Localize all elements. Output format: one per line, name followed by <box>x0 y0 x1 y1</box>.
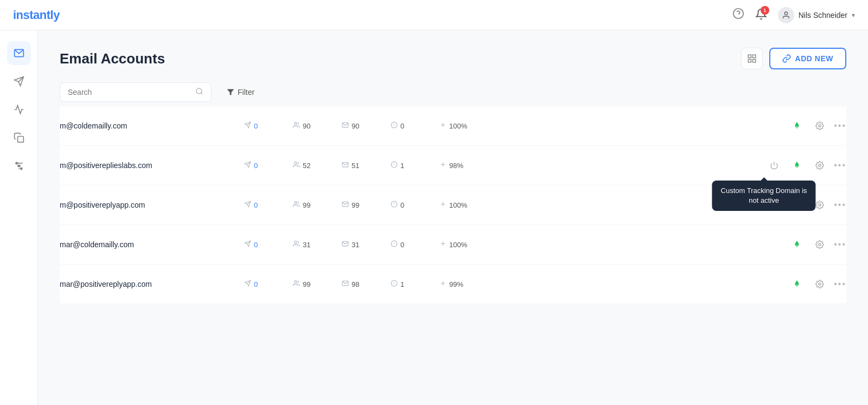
table-row: m@coldemailly.com 0 90 <box>60 106 846 146</box>
help-icon[interactable] <box>732 8 744 22</box>
filter-label: Filter <box>238 88 254 97</box>
more-options-button[interactable]: ••• <box>834 240 846 249</box>
svg-marker-19 <box>227 89 234 95</box>
settings-icon[interactable] <box>811 275 828 293</box>
opened-icon <box>342 121 349 130</box>
stat-health: 100% <box>439 240 488 249</box>
header-actions: ADD NEW <box>741 48 846 69</box>
settings-icon[interactable] <box>811 196 828 214</box>
settings-icon[interactable] <box>811 157 828 174</box>
contacted-value: 99 <box>303 280 310 288</box>
accounts-table: m@coldemailly.com 0 90 <box>60 106 846 304</box>
bounced-value: 0 <box>400 201 404 209</box>
contacted-value: 52 <box>303 162 310 170</box>
sidebar-item-send[interactable] <box>7 69 31 93</box>
bounced-icon <box>391 161 398 170</box>
stats-group: 0 52 51 <box>244 161 765 170</box>
svg-line-18 <box>201 93 202 94</box>
table-row: m@positivereplyapp.com 0 99 <box>60 185 846 225</box>
contacted-icon <box>293 280 300 288</box>
sidebar-item-analytics[interactable] <box>7 98 31 121</box>
contacted-value: 31 <box>303 241 310 249</box>
health-icon <box>439 161 446 170</box>
add-new-button[interactable]: ADD NEW <box>769 48 846 69</box>
main-content: Email Accounts ADD NEW <box>38 30 868 405</box>
health-value: 98% <box>449 162 463 170</box>
health-value: 100% <box>449 241 467 249</box>
svg-point-2 <box>784 12 787 15</box>
filter-button[interactable]: Filter <box>220 83 261 101</box>
svg-point-59 <box>295 281 297 283</box>
stat-bounced: 1 <box>391 161 439 170</box>
power-icon[interactable] <box>765 157 783 174</box>
table-row: mar@positivereplyapp.com 0 99 <box>60 265 846 304</box>
app-logo[interactable]: instantly <box>13 8 60 22</box>
svg-rect-14 <box>752 55 755 57</box>
flame-icon[interactable] <box>788 236 806 253</box>
svg-point-65 <box>819 283 821 285</box>
stat-sent: 0 <box>244 121 293 130</box>
flame-icon[interactable] <box>788 275 806 293</box>
contacted-icon <box>293 121 300 130</box>
stat-health: 99% <box>439 280 488 288</box>
account-email: m@positivereplyapp.com <box>60 201 244 209</box>
sidebar-item-filters[interactable] <box>7 154 31 178</box>
stat-bounced: 0 <box>391 240 439 249</box>
opened-value: 31 <box>352 241 359 249</box>
bounced-value: 0 <box>400 241 404 249</box>
notification-bell[interactable]: 1 <box>755 8 767 22</box>
bounced-icon <box>391 121 398 130</box>
table-row: mar@coldemailly.com 0 31 <box>60 225 846 265</box>
avatar <box>778 7 794 23</box>
health-value: 100% <box>449 122 467 130</box>
more-options-button[interactable]: ••• <box>834 200 846 210</box>
more-options-button[interactable]: ••• <box>834 160 846 170</box>
grid-toggle-button[interactable] <box>741 48 763 69</box>
stat-sent: 0 <box>244 240 293 249</box>
stat-contacted: 99 <box>293 201 342 209</box>
flame-icon[interactable] <box>788 157 806 174</box>
bounced-value: 1 <box>400 162 404 170</box>
svg-point-47 <box>819 204 821 206</box>
contacted-icon <box>293 161 300 170</box>
add-new-label: ADD NEW <box>795 54 833 63</box>
actions-group: Custom Tracking Domain isnot active ••• <box>765 157 846 174</box>
user-menu[interactable]: Nils Schneider ▾ <box>778 7 855 23</box>
more-options-button[interactable]: ••• <box>834 121 846 131</box>
sidebar-item-email[interactable] <box>7 41 31 65</box>
stat-bounced: 0 <box>391 121 439 130</box>
actions-group: ••• <box>788 236 846 253</box>
sidebar-item-copy[interactable] <box>7 126 31 150</box>
svg-point-50 <box>295 241 297 243</box>
svg-point-56 <box>819 243 821 246</box>
svg-point-17 <box>196 88 202 94</box>
stat-opened: 98 <box>342 280 391 288</box>
flame-icon[interactable] <box>788 196 806 214</box>
stat-opened: 31 <box>342 240 391 249</box>
health-value: 100% <box>449 201 467 209</box>
chevron-down-icon: ▾ <box>852 11 855 19</box>
more-options-button[interactable]: ••• <box>834 279 846 289</box>
health-icon <box>439 201 446 209</box>
bounced-icon <box>391 201 398 209</box>
stats-group: 0 31 31 <box>244 240 788 249</box>
opened-value: 90 <box>352 122 359 130</box>
flame-icon[interactable] <box>788 117 806 134</box>
account-email: m@positivereplieslabs.com <box>60 161 244 170</box>
sent-icon <box>244 240 251 249</box>
actions-group: ••• <box>788 275 846 293</box>
stat-contacted: 31 <box>293 240 342 249</box>
page-header: Email Accounts ADD NEW <box>60 48 846 69</box>
bounced-icon <box>391 240 398 249</box>
sent-value: 0 <box>254 280 258 288</box>
opened-value: 98 <box>352 280 359 288</box>
settings-icon[interactable] <box>811 236 828 253</box>
sent-value: 0 <box>254 122 258 130</box>
svg-point-38 <box>819 164 821 166</box>
contacted-icon <box>293 240 300 249</box>
settings-icon[interactable] <box>811 117 828 134</box>
health-icon <box>439 121 446 130</box>
opened-icon <box>342 280 349 288</box>
health-icon <box>439 280 446 288</box>
search-input[interactable] <box>68 88 191 97</box>
